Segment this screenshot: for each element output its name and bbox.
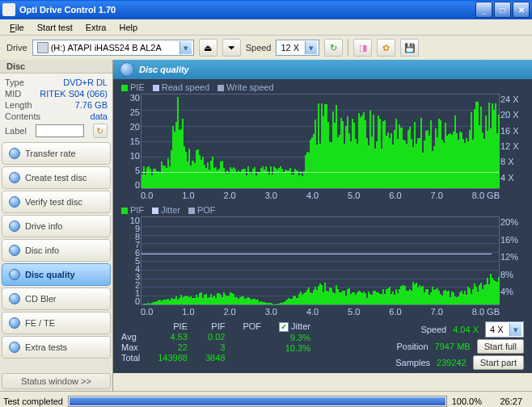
sidebar-item-disc-info[interactable]: Disc info bbox=[2, 239, 111, 262]
stat-position: 7947 MB bbox=[435, 342, 471, 351]
menu-help[interactable]: Help bbox=[114, 21, 142, 34]
disc-icon bbox=[9, 172, 20, 183]
progress-percent: 100.0% bbox=[452, 397, 482, 406]
disc-icon bbox=[9, 269, 20, 280]
disc-icon bbox=[120, 62, 134, 77]
erase-button[interactable]: ◨ bbox=[353, 39, 372, 57]
content-header: Disc quality bbox=[113, 60, 532, 79]
eject-button[interactable]: ⏏ bbox=[199, 39, 217, 57]
chevron-down-icon: ▾ bbox=[179, 41, 192, 54]
elapsed-time: 26:27 bbox=[482, 397, 522, 406]
drive-select[interactable]: (H:) ATAPI iHAS524 B AL2A ▾ bbox=[32, 40, 194, 56]
stat-samples: 239242 bbox=[437, 358, 467, 367]
close-tray-icon: ⏷ bbox=[227, 43, 236, 52]
menubar: File Start test Extra Help bbox=[0, 19, 532, 36]
eraser-icon: ◨ bbox=[359, 43, 367, 53]
progress-bar bbox=[68, 396, 447, 407]
label-input[interactable] bbox=[36, 124, 84, 137]
start-full-button[interactable]: Start full bbox=[477, 339, 524, 354]
disc-icon bbox=[9, 220, 20, 232]
label-refresh-button[interactable]: ↻ bbox=[93, 124, 108, 138]
menu-file[interactable]: File bbox=[5, 21, 29, 34]
statusbar: Test completed 100.0% 26:27 bbox=[0, 391, 532, 407]
disc-length: 7.76 GB bbox=[75, 99, 108, 111]
stats-table: AvgMaxTotal PIE4.5322143988 PIF0.0233848… bbox=[113, 318, 532, 373]
pie-chart: PIE Read speed Write speed 302520151050 … bbox=[113, 79, 532, 202]
titlebar: Opti Drive Control 1.70 _ □ ✕ bbox=[0, 0, 532, 19]
window-title: Opti Drive Control 1.70 bbox=[19, 5, 474, 15]
load-button[interactable]: ⏷ bbox=[222, 39, 241, 57]
disc-icon bbox=[9, 196, 20, 208]
status-message: Test completed bbox=[3, 397, 63, 406]
speed-label: Speed bbox=[246, 43, 272, 52]
disc-type: DVD+R DL bbox=[63, 77, 108, 88]
disc-icon bbox=[9, 245, 20, 256]
disc-icon bbox=[9, 342, 20, 353]
app-icon bbox=[2, 3, 15, 16]
pie-plot-area: 302520151050 24 X20 X16 X12 X8 X4 X bbox=[141, 94, 500, 189]
sidebar-item-fe-te[interactable]: FE / TE bbox=[2, 312, 111, 334]
menu-start-test[interactable]: Start test bbox=[32, 21, 78, 34]
options-button[interactable]: ✿ bbox=[377, 39, 395, 57]
save-button[interactable]: 💾 bbox=[400, 39, 419, 57]
save-icon: 💾 bbox=[404, 43, 416, 53]
sidebar-item-cd-bler[interactable]: CD Bler bbox=[2, 287, 111, 310]
content-panel: Disc quality PIE Read speed Write speed … bbox=[113, 60, 532, 391]
drive-label: Drive bbox=[6, 43, 27, 52]
pif-chart: PIF Jitter POF 109876543210 20%16%12%8%4… bbox=[113, 202, 532, 318]
toolbar: Drive (H:) ATAPI iHAS524 B AL2A ▾ ⏏ ⏷ Sp… bbox=[0, 36, 532, 60]
start-part-button[interactable]: Start part bbox=[473, 355, 524, 370]
disc-icon bbox=[9, 293, 20, 304]
close-button[interactable]: ✕ bbox=[513, 2, 530, 18]
refresh-button[interactable]: ↻ bbox=[324, 39, 343, 57]
jitter-checkbox[interactable]: ✓ bbox=[279, 322, 289, 332]
disc-mid: RITEK S04 (066) bbox=[40, 88, 108, 99]
speed-select[interactable]: 12 X ▾ bbox=[276, 40, 319, 56]
gear-icon: ✿ bbox=[382, 43, 390, 53]
drive-icon bbox=[37, 42, 49, 53]
sidebar-item-verify-test-disc[interactable]: Verify test disc bbox=[2, 191, 111, 213]
disc-group-header: Disc bbox=[0, 60, 112, 73]
disc-icon bbox=[9, 317, 20, 329]
refresh-icon: ↻ bbox=[96, 125, 103, 136]
sidebar-item-transfer-rate[interactable]: Transfer rate bbox=[2, 142, 111, 165]
eject-icon: ⏏ bbox=[204, 43, 212, 53]
disc-info-panel: TypeDVD+R DL MIDRITEK S04 (066) Length7.… bbox=[0, 73, 112, 141]
pif-plot-area: 109876543210 20%16%12%8%4% bbox=[141, 216, 500, 305]
minimize-button[interactable]: _ bbox=[475, 2, 492, 18]
chevron-down-icon: ▾ bbox=[305, 41, 317, 54]
disc-contents: data bbox=[91, 111, 108, 122]
sidebar-item-disc-quality[interactable]: Disc quality bbox=[2, 263, 111, 286]
sidebar-item-drive-info[interactable]: Drive info bbox=[2, 215, 111, 237]
sidebar-item-create-test-disc[interactable]: Create test disc bbox=[2, 166, 111, 189]
refresh-icon: ↻ bbox=[330, 43, 337, 53]
sidebar-item-extra-tests[interactable]: Extra tests bbox=[2, 336, 111, 359]
maximize-button[interactable]: □ bbox=[494, 2, 511, 18]
scan-speed-select[interactable]: 4 X▾ bbox=[485, 321, 524, 338]
menu-extra[interactable]: Extra bbox=[81, 21, 112, 34]
status-window-toggle[interactable]: Status window >> bbox=[2, 373, 111, 389]
sidebar: Disc TypeDVD+R DL MIDRITEK S04 (066) Len… bbox=[0, 60, 113, 391]
stat-speed: 4.04 X bbox=[453, 325, 479, 334]
disc-icon bbox=[9, 148, 20, 159]
